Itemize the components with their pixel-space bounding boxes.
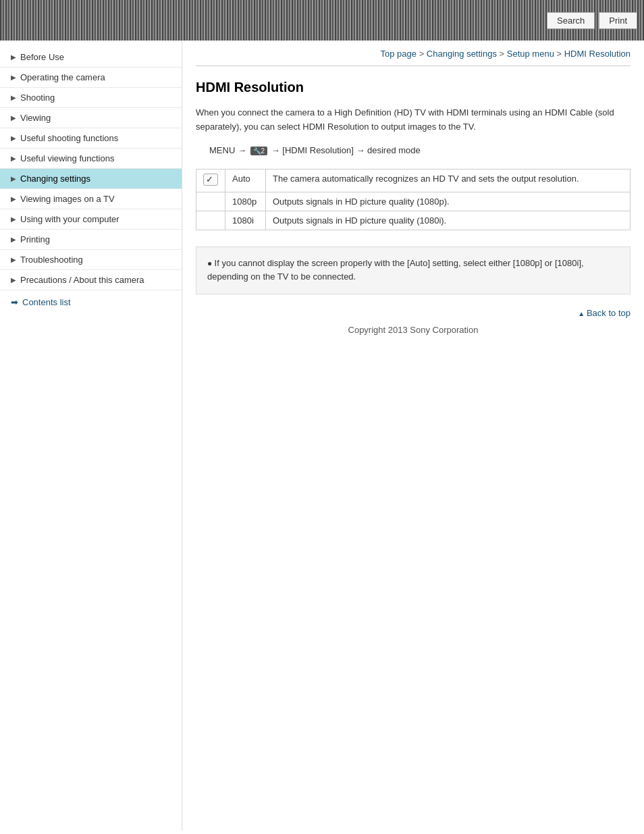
breadcrumb-top-page[interactable]: Top page <box>381 49 417 59</box>
menu-icon: 🔧2 <box>250 147 268 155</box>
contents-list-arrow-icon: ➡ <box>11 297 18 307</box>
sidebar: ▶ Before Use ▶ Operating the camera ▶ Sh… <box>0 41 182 831</box>
table-row: 1080p Outputs signals in HD picture qual… <box>196 192 630 211</box>
sidebar-item-using-computer[interactable]: ▶ Using with your computer <box>0 209 182 230</box>
main-layout: ▶ Before Use ▶ Operating the camera ▶ Sh… <box>0 41 644 831</box>
note-text: If you cannot display the screen properl… <box>207 257 619 285</box>
arrow-icon: ▶ <box>11 175 16 182</box>
copyright-text: Copyright 2013 Sony Corporation <box>348 325 479 335</box>
sidebar-item-viewing[interactable]: ▶ Viewing <box>0 108 182 128</box>
table-cell-mode: 1080p <box>225 192 266 211</box>
back-to-top: Back to top <box>196 308 630 318</box>
table-cell-icon <box>196 169 225 192</box>
sidebar-item-shooting[interactable]: ▶ Shooting <box>0 88 182 108</box>
breadcrumb-sep1: > <box>419 49 427 59</box>
sidebar-item-viewing-tv[interactable]: ▶ Viewing images on a TV <box>0 189 182 209</box>
table-cell-desc: The camera automatically recognizes an H… <box>266 169 630 192</box>
sidebar-item-operating-camera[interactable]: ▶ Operating the camera <box>0 68 182 88</box>
table-cell-desc: Outputs signals in HD picture quality (1… <box>266 192 630 211</box>
breadcrumb-sep2: > <box>500 49 507 59</box>
sidebar-item-useful-viewing[interactable]: ▶ Useful viewing functions <box>0 149 182 169</box>
menu-path-start: MENU → <box>209 145 249 155</box>
contents-list-link[interactable]: ➡ Contents list <box>0 290 182 314</box>
content-area: Top page > Changing settings > Setup men… <box>182 41 644 362</box>
arrow-icon: ▶ <box>11 74 16 81</box>
table-cell-icon <box>196 211 225 230</box>
table-row: 1080i Outputs signals in HD picture qual… <box>196 211 630 230</box>
sidebar-item-troubleshooting[interactable]: ▶ Troubleshooting <box>0 250 182 270</box>
menu-path-end: → [HDMI Resolution] → desired mode <box>271 145 421 155</box>
table-cell-mode: 1080i <box>225 211 266 230</box>
header-bar: Search Print <box>0 0 644 41</box>
sidebar-item-useful-shooting[interactable]: ▶ Useful shooting functions <box>0 128 182 149</box>
sidebar-item-printing[interactable]: ▶ Printing <box>0 230 182 250</box>
back-to-top-link[interactable]: Back to top <box>578 308 630 318</box>
arrow-icon: ▶ <box>11 53 16 61</box>
breadcrumb-hdmi-resolution[interactable]: HDMI Resolution <box>564 49 630 59</box>
arrow-icon: ▶ <box>11 236 16 243</box>
footer: Copyright 2013 Sony Corporation <box>196 318 630 348</box>
breadcrumb-sep3: > <box>557 49 564 59</box>
breadcrumb-setup-menu[interactable]: Setup menu <box>507 49 554 59</box>
arrow-icon: ▶ <box>11 195 16 203</box>
arrow-icon: ▶ <box>11 256 16 263</box>
breadcrumb-changing-settings[interactable]: Changing settings <box>427 49 497 59</box>
print-button[interactable]: Print <box>599 12 637 29</box>
sidebar-item-before-use[interactable]: ▶ Before Use <box>0 47 182 68</box>
page-title: HDMI Resolution <box>196 80 630 95</box>
table-row: Auto The camera automatically recognizes… <box>196 169 630 192</box>
search-button[interactable]: Search <box>547 12 595 29</box>
arrow-icon: ▶ <box>11 155 16 162</box>
sidebar-item-changing-settings[interactable]: ▶ Changing settings <box>0 169 182 189</box>
page-number: 189 <box>0 831 644 834</box>
arrow-icon: ▶ <box>11 134 16 142</box>
table-cell-desc: Outputs signals in HD picture quality (1… <box>266 211 630 230</box>
arrow-icon: ▶ <box>11 215 16 223</box>
body-text: When you connect the camera to a High De… <box>196 106 630 134</box>
table-cell-icon <box>196 192 225 211</box>
arrow-icon: ▶ <box>11 114 16 122</box>
arrow-icon: ▶ <box>11 276 16 284</box>
resolution-table: Auto The camera automatically recognizes… <box>196 169 630 230</box>
note-box: If you cannot display the screen properl… <box>196 246 630 295</box>
arrow-icon: ▶ <box>11 94 16 101</box>
sidebar-item-precautions[interactable]: ▶ Precautions / About this camera <box>0 270 182 290</box>
menu-path: MENU → 🔧2 → [HDMI Resolution] → desired … <box>196 145 630 155</box>
breadcrumb: Top page > Changing settings > Setup men… <box>196 41 630 66</box>
table-cell-mode: Auto <box>225 169 266 192</box>
checkmark-icon <box>203 174 218 186</box>
